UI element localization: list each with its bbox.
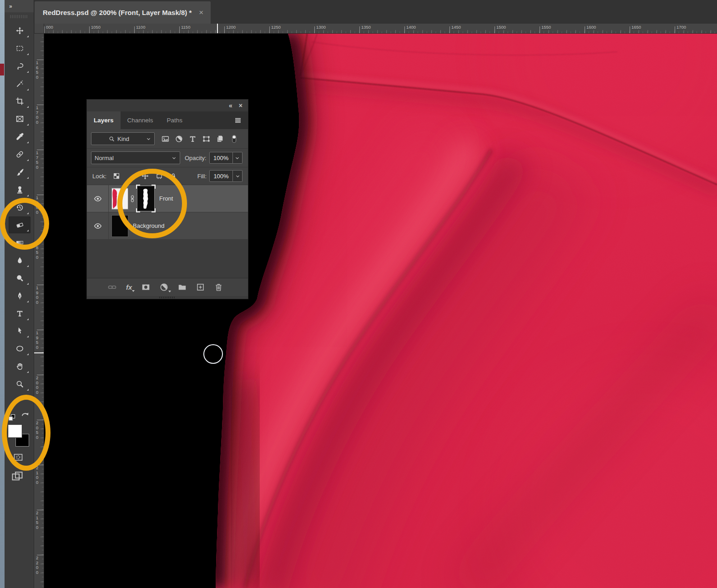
tool-blur[interactable] — [9, 252, 30, 269]
chevron-down-icon — [235, 156, 240, 161]
ruler-cursor-marker-vertical — [34, 352, 44, 353]
tool-crop[interactable] — [9, 93, 30, 110]
add-adjustment-layer-button[interactable] — [160, 283, 168, 291]
tool-clone-stamp[interactable] — [9, 181, 30, 198]
h-ruler-label: 1350 — [361, 25, 371, 30]
tool-frame[interactable] — [9, 111, 30, 127]
v-ruler-label: 1 8 5 0 — [36, 241, 38, 260]
layer-style-button[interactable]: fx — [126, 283, 132, 291]
layer-visibility-toggle[interactable] — [87, 185, 109, 212]
collapse-panel-icon[interactable]: « — [229, 102, 232, 109]
panel-header[interactable]: « × — [87, 100, 248, 111]
tool-gradient[interactable] — [9, 234, 30, 251]
filter-pixel-layers-icon[interactable] — [162, 135, 169, 143]
layers-panel: « × Layers Channels Paths Kind — [86, 99, 248, 299]
layer-row-front[interactable]: Front — [87, 185, 248, 212]
tool-path-select[interactable] — [9, 322, 30, 339]
tab-paths[interactable]: Paths — [160, 111, 190, 129]
tool-eraser[interactable] — [9, 216, 30, 233]
layer-thumbnail[interactable] — [111, 188, 128, 210]
layer-mask-thumbnail[interactable] — [137, 186, 155, 211]
tool-type[interactable] — [9, 305, 30, 322]
tool-move[interactable] — [9, 22, 30, 39]
layer-thumbnail[interactable] — [111, 215, 128, 237]
v-ruler-label: 1 7 5 0 — [36, 151, 38, 170]
hand-icon — [16, 362, 24, 370]
tool-hand[interactable] — [9, 358, 30, 375]
tool-pen[interactable] — [9, 287, 30, 304]
chevron-down-icon — [172, 156, 177, 161]
panel-resize-grip[interactable] — [87, 296, 248, 299]
close-panel-icon[interactable]: × — [239, 102, 242, 109]
v-ruler-label: 2 1 0 0 — [36, 466, 38, 485]
opacity-input[interactable]: 100% — [209, 152, 233, 164]
tool-healing-brush[interactable] — [9, 146, 30, 163]
panel-menu-icon[interactable] — [233, 117, 243, 124]
lock-transparency-icon[interactable] — [113, 172, 120, 180]
mask-link-icon[interactable] — [129, 195, 136, 203]
foreground-color-swatch[interactable] — [8, 425, 22, 437]
toolbar-grip[interactable] — [10, 14, 28, 19]
v-ruler-label: 1 9 5 0 — [36, 331, 38, 350]
swap-colors-icon[interactable] — [21, 412, 30, 421]
link-layers-button[interactable] — [108, 283, 116, 291]
tool-brush[interactable] — [9, 164, 30, 181]
filter-toggle-switch[interactable] — [230, 134, 238, 144]
quick-mask-button[interactable] — [12, 452, 24, 462]
h-ruler-label: 1050 — [91, 25, 101, 30]
h-ruler-label: 1650 — [631, 25, 641, 30]
filter-smart-objects-icon[interactable] — [216, 135, 224, 143]
screen-mode-button[interactable] — [11, 471, 24, 482]
h-ruler-label: 1150 — [181, 25, 190, 30]
new-layer-button[interactable] — [196, 283, 205, 291]
blend-mode-row: Normal Opacity: 100% — [87, 149, 248, 167]
tool-magic-wand[interactable] — [9, 75, 30, 92]
lock-all-icon[interactable] — [170, 172, 177, 180]
move-icon — [16, 27, 24, 35]
photoshop-window: » RedDress.psd @ 200% (Front, Layer Mask… — [0, 0, 717, 588]
tool-lasso[interactable] — [9, 58, 30, 75]
layer-row-background[interactable]: Background — [87, 212, 248, 240]
eyedropper-icon — [16, 133, 24, 141]
fill-dropdown-button[interactable] — [233, 170, 242, 182]
add-layer-mask-button[interactable] — [141, 283, 150, 291]
v-ruler-label: 2 1 5 0 — [36, 511, 38, 530]
lock-position-icon[interactable] — [141, 172, 149, 180]
layers-list: FrontBackground — [87, 185, 248, 240]
filter-kind-label: Kind — [117, 136, 129, 142]
tool-dodge[interactable] — [9, 270, 30, 286]
filter-type-layers-icon[interactable] — [189, 135, 197, 143]
document-tab[interactable]: RedDress.psd @ 200% (Front, Layer Mask/8… — [35, 1, 211, 24]
tab-layers[interactable]: Layers — [87, 111, 121, 129]
blend-mode-dropdown[interactable]: Normal — [91, 151, 180, 164]
tool-ellipse[interactable] — [9, 340, 30, 357]
healing-brush-icon — [16, 151, 24, 158]
panel-tabs: Layers Channels Paths — [87, 111, 248, 129]
tab-channels[interactable]: Channels — [121, 111, 160, 129]
magic-wand-icon — [16, 80, 24, 88]
fill-input[interactable]: 100% — [209, 170, 233, 182]
v-ruler-label: 2 0 5 0 — [36, 421, 38, 440]
filter-adjustment-layers-icon[interactable] — [175, 135, 183, 143]
filter-kind-dropdown[interactable]: Kind — [91, 132, 155, 145]
filter-shape-layers-icon[interactable] — [202, 135, 210, 143]
delete-layer-button[interactable] — [214, 283, 223, 291]
tool-marquee[interactable] — [9, 40, 30, 57]
toolbar-expand-button[interactable]: » — [5, 0, 34, 12]
default-colors-icon[interactable] — [8, 414, 16, 422]
path-select-icon — [16, 327, 24, 335]
h-ruler-label: 1550 — [541, 25, 551, 30]
h-ruler-label: 1400 — [406, 25, 416, 30]
horizontal-ruler: 0001050110011501200125013001350140014501… — [44, 24, 717, 34]
layer-name: Background — [133, 222, 164, 229]
opacity-dropdown-button[interactable] — [233, 152, 242, 164]
document-title: RedDress.psd @ 200% (Front, Layer Mask/8… — [43, 9, 192, 16]
new-group-button[interactable] — [178, 283, 187, 291]
layer-visibility-toggle[interactable] — [87, 212, 109, 239]
tool-zoom[interactable] — [9, 376, 30, 392]
tool-eyedropper[interactable] — [9, 128, 30, 145]
tool-history-brush[interactable] — [9, 199, 30, 216]
close-tab-icon[interactable]: × — [199, 9, 203, 16]
eye-icon — [94, 195, 102, 203]
lock-artboard-icon[interactable] — [156, 172, 163, 180]
